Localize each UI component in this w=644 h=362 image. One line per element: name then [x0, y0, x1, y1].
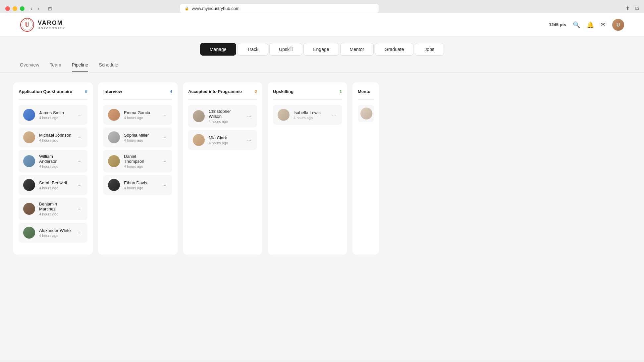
card-christopher-wilson[interactable]: Christopher Wilson 4 hours ago ···: [188, 105, 257, 127]
column-header: Accepted into Programme 2: [188, 89, 257, 94]
card-menu-button[interactable]: ···: [76, 229, 83, 236]
card-james-smith[interactable]: James Smith 4 hours ago ···: [19, 105, 87, 125]
card-menu-button[interactable]: ···: [76, 182, 83, 188]
card-time: 4 hours ago: [39, 138, 72, 142]
avatar-mia-clark: [193, 134, 205, 146]
lock-icon: 🔒: [185, 6, 189, 11]
share-button[interactable]: ⬆: [625, 5, 630, 12]
card-sarah-benwell[interactable]: Sarah Benwell 4 hours ago ···: [19, 175, 87, 195]
avatar-mento-person: [360, 108, 372, 119]
tab-graduate[interactable]: Graduate: [375, 43, 413, 56]
card-menu-button[interactable]: ···: [76, 112, 83, 118]
forward-button[interactable]: ›: [35, 4, 41, 13]
app-container: U VAROM UNIVERSITY 1245 pts 🔍 🔔 ✉ U Mana…: [0, 13, 644, 360]
sidebar-toggle-button[interactable]: ⊟: [45, 5, 55, 13]
card-name: Benjamin Martinez: [39, 202, 72, 211]
tabs-button[interactable]: ⧉: [635, 6, 639, 12]
subnav-team[interactable]: Team: [50, 62, 61, 72]
card-menu-button[interactable]: ···: [76, 158, 83, 164]
card-time: 4 hours ago: [124, 138, 157, 142]
avatar[interactable]: U: [612, 19, 624, 31]
card-michael-johnson[interactable]: Michael Johnson 4 hours ago ···: [19, 127, 87, 147]
card-info: Alexander White 4 hours ago: [39, 228, 72, 238]
tab-mentor[interactable]: Mentor: [340, 43, 374, 56]
card-name: Sophia Miller: [124, 133, 157, 138]
card-sophia-miller[interactable]: Sophia Miller 4 hours ago ···: [103, 127, 172, 147]
card-name: Christopher Wilson: [209, 109, 242, 119]
column-title: Upskilling: [273, 89, 294, 94]
messages-button[interactable]: ✉: [601, 21, 606, 28]
address-bar[interactable]: 🔒 www.myindustryhub.com: [180, 4, 379, 13]
browser-actions: ⬆ ⧉: [625, 5, 639, 12]
card-menu-button[interactable]: ···: [246, 113, 252, 119]
logo-sub: UNIVERSITY: [38, 26, 66, 30]
tab-engage[interactable]: Engage: [303, 43, 339, 56]
card-daniel-thompson[interactable]: Daniel Thompson 4 hours ago ···: [103, 150, 172, 172]
card-menu-button[interactable]: ···: [331, 112, 337, 118]
avatar-sophia-miller: [108, 131, 120, 143]
avatar-placeholder: U: [612, 19, 624, 31]
avatar-james-smith: [23, 109, 35, 121]
column-title: Mento: [358, 89, 370, 94]
avatar-christopher-wilson: [193, 110, 205, 122]
card-info: Isabella Lewis 4 hours ago: [294, 110, 327, 120]
card-time: 4 hours ago: [39, 186, 72, 190]
card-menu-button[interactable]: ···: [246, 137, 252, 143]
divider: [19, 99, 87, 100]
card-alexander-white[interactable]: Alexander White 4 hours ago ···: [19, 223, 87, 243]
close-button[interactable]: [5, 6, 10, 11]
card-info: Sarah Benwell 4 hours ago: [39, 180, 72, 190]
card-name: James Smith: [39, 110, 72, 115]
card-time: 4 hours ago: [39, 116, 72, 120]
card-emma-garcia[interactable]: Emma Garcia 4 hours ago ···: [103, 105, 172, 125]
card-menu-button[interactable]: ···: [76, 134, 83, 141]
column-count: 2: [255, 89, 257, 94]
card-time: 4 hours ago: [209, 141, 242, 145]
avatar-ethan-davis: [108, 179, 120, 191]
column-title: Interview: [103, 89, 122, 94]
card-time: 4 hours ago: [39, 234, 72, 238]
card-name: Emma Garcia: [124, 110, 157, 115]
logo: U VAROM UNIVERSITY: [20, 18, 66, 32]
fullscreen-button[interactable]: [20, 6, 25, 11]
tab-jobs[interactable]: Jobs: [415, 43, 444, 56]
card-mia-clark[interactable]: Mia Clark 4 hours ago ···: [188, 130, 257, 150]
card-benjamin-martinez[interactable]: Benjamin Martinez 4 hours ago ···: [19, 198, 87, 220]
card-mento-person[interactable]: [358, 105, 374, 122]
card-isabella-lewis[interactable]: Isabella Lewis 4 hours ago ···: [273, 105, 342, 125]
divider: [358, 99, 374, 100]
tab-manage[interactable]: Manage: [200, 43, 236, 56]
back-button[interactable]: ‹: [28, 4, 34, 13]
card-menu-button[interactable]: ···: [76, 205, 83, 212]
card-info: Mia Clark 4 hours ago: [209, 135, 242, 145]
card-menu-button[interactable]: ···: [161, 182, 168, 188]
card-info: Sophia Miller 4 hours ago: [124, 133, 157, 142]
divider: [188, 99, 257, 100]
pipeline-board: Application Questionnaire 6 James Smith …: [0, 72, 644, 264]
tab-track[interactable]: Track: [238, 43, 268, 56]
card-ethan-davis[interactable]: Ethan Davis 4 hours ago ···: [103, 175, 172, 195]
avatar-benjamin-martinez: [23, 203, 35, 215]
notifications-button[interactable]: 🔔: [587, 21, 594, 28]
column-accepted-into-programme: Accepted into Programme 2 Christopher Wi…: [183, 82, 262, 254]
search-button[interactable]: 🔍: [573, 21, 580, 28]
avatar-alexander-white: [23, 227, 35, 239]
subnav-pipeline[interactable]: Pipeline: [72, 62, 88, 72]
column-application-questionnaire: Application Questionnaire 6 James Smith …: [13, 82, 93, 254]
card-menu-button[interactable]: ···: [161, 158, 168, 164]
card-menu-button[interactable]: ···: [161, 134, 168, 141]
subnav-overview[interactable]: Overview: [20, 62, 39, 72]
card-menu-button[interactable]: ···: [161, 112, 168, 118]
minimize-button[interactable]: [13, 6, 17, 11]
card-william-anderson[interactable]: William Anderson 4 hours ago ···: [19, 150, 87, 172]
tab-upskill[interactable]: Upskill: [269, 43, 302, 56]
avatar-isabella-lewis: [278, 109, 290, 121]
card-time: 4 hours ago: [39, 212, 72, 216]
header-right: 1245 pts 🔍 🔔 ✉ U: [549, 19, 624, 31]
avatar-emma-garcia: [108, 109, 120, 121]
column-mentoring: Mento: [352, 82, 379, 254]
subnav-schedule[interactable]: Schedule: [99, 62, 118, 72]
avatar-william-anderson: [23, 155, 35, 167]
card-time: 4 hours ago: [124, 186, 157, 190]
column-upskilling: Upskilling 1 Isabella Lewis 4 hours ago …: [268, 82, 347, 254]
